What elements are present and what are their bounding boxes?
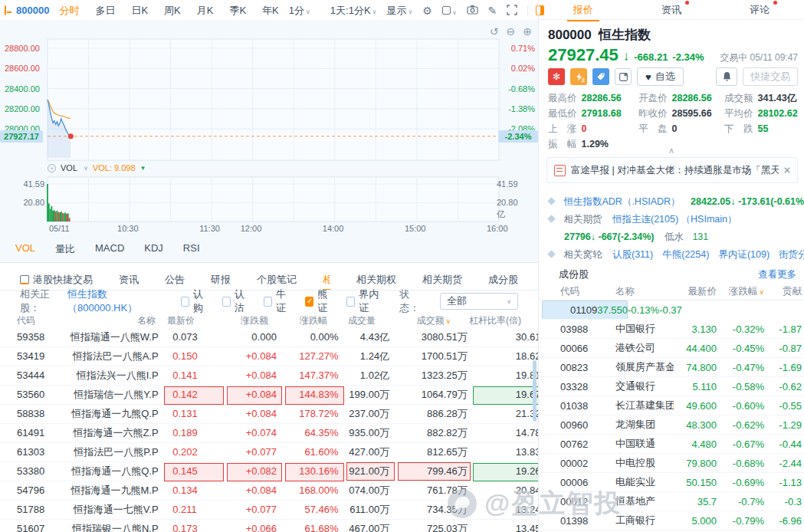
column-header[interactable]: 代码 [0, 312, 65, 328]
column-header[interactable]: 杠杆比率(倍) [454, 312, 533, 328]
table-row[interactable]: 51607 恒指瑞银一八熊N.P 0.173 +0.066 61.68% 467… [0, 520, 538, 532]
checkbox[interactable] [264, 297, 272, 307]
table-row[interactable]: 54796 恒指海通一九熊M.P 0.134 +0.084 168.00% 07… [0, 481, 538, 501]
bottom-tab[interactable]: 研报 [211, 270, 231, 290]
table-row[interactable]: 01109 华润置地 37.550 -0.13% -0.37 [542, 300, 628, 320]
view-more-link[interactable]: 查看更多 [758, 268, 796, 281]
close-icon[interactable]: × [784, 164, 790, 176]
period-tab[interactable]: 分时 [59, 4, 79, 18]
underlying-link[interactable]: 恒生指数（800000.HK） [67, 287, 166, 315]
warrant-link[interactable]: 认股(311) [612, 249, 653, 260]
pencil-icon[interactable]: ✎ [488, 5, 497, 16]
news-headline[interactable]: 富途早报 | 对冲基金大佬：持续通胀是市场「黑天... [571, 164, 779, 177]
futures-link-alias[interactable]: （HSImain） [681, 214, 737, 225]
bottom-tab[interactable]: 成分股 [488, 270, 518, 290]
zoom-out-icon[interactable]: ⊖ [507, 25, 516, 38]
quick-trade-button[interactable]: 快捷交易 [743, 67, 798, 86]
adr-link[interactable]: 恒生指数ADR（.HSIADR） [563, 196, 680, 207]
add-favorite-button[interactable]: ♥ 自选 [637, 67, 684, 86]
panel-tab[interactable]: 资讯 [660, 0, 683, 20]
panel-tab[interactable]: 报价 [572, 0, 595, 20]
indicator-tab[interactable]: RSI [183, 242, 200, 256]
column-header[interactable]: 最新价 [674, 285, 717, 298]
table-row[interactable]: 58838 恒指海通一九熊Q.P 0.131 +0.084 178.72% 23… [0, 405, 538, 424]
column-header[interactable]: 贡献 [764, 285, 802, 298]
table-row[interactable]: 00006 电能实业 50.150 -0.69% -1.13 [539, 473, 804, 492]
column-header[interactable]: 成交额 [381, 312, 454, 328]
status-select[interactable]: 全部∨ [440, 293, 518, 310]
column-header[interactable]: 涨跌额 [218, 312, 274, 328]
column-header[interactable]: 名称 [615, 285, 674, 298]
table-row[interactable]: 01398 工商银行 5.000 -0.79% -6.96 [539, 511, 804, 530]
column-header[interactable]: 最新价 [159, 312, 218, 328]
camera-icon[interactable] [467, 5, 478, 16]
table-row[interactable]: 59358 恒指瑞通一八熊W.P 0.073 0.000 0.00% 4.43亿… [0, 328, 538, 347]
timeline-chart[interactable]: ↺ ⊖ ⊕ × VOL ∨ VOL: 9.098 ▼ VOL量比MACDKDJR… [0, 22, 538, 263]
column-header[interactable]: 名称 [65, 312, 159, 328]
indicator-tab[interactable]: 量比 [55, 242, 75, 256]
checkbox-option[interactable]: 认沽 [222, 287, 251, 315]
column-header[interactable]: 代码 [539, 285, 615, 298]
notes-icon[interactable] [615, 68, 632, 85]
warrant-link[interactable]: 界内证(109) [718, 249, 770, 260]
gear-icon[interactable]: ⚙ [422, 5, 432, 16]
display-dropdown[interactable]: 显示∨ [386, 4, 412, 18]
table-row[interactable]: 00002 中电控股 79.800 -0.68% -2.44 [539, 454, 804, 473]
hk-market-icon[interactable]: ✻ [548, 68, 565, 85]
checkbox-option[interactable]: 认购 [181, 287, 210, 315]
news-ticker[interactable]: 富途早报 | 对冲基金大佬：持续通胀是市场「黑天... × [546, 157, 798, 183]
checkbox-option[interactable]: 界内证 [346, 287, 384, 315]
table-row[interactable]: 00012 恒基地产 35.7 -0.7% -0.3 [539, 492, 804, 511]
bottom-tab[interactable]: 相关期货 [422, 270, 462, 290]
period-tab[interactable]: 日K [131, 4, 148, 18]
table-row[interactable]: 51788 恒指海通一七熊V.P 0.211 +0.077 57.46% 611… [0, 501, 538, 520]
bottom-tab[interactable]: 相关期权 [356, 270, 396, 290]
column-header[interactable]: 成交量 [333, 312, 381, 328]
bottom-tab[interactable]: 个股笔记 [257, 270, 297, 290]
minute-dropdown[interactable]: 1分∨ [289, 4, 310, 18]
indicator-tab[interactable]: MACD [95, 242, 124, 256]
indicator-tab[interactable]: KDJ [144, 242, 163, 256]
period-tab[interactable]: 季K [229, 4, 246, 18]
checkbox[interactable] [346, 297, 355, 307]
bottom-tab[interactable]: 资讯 [119, 270, 139, 290]
layout-dropdown[interactable]: ∨ [442, 5, 457, 16]
table-row[interactable]: 53380 恒指海通一八熊Q.P 0.145 +0.082 130.16% 92… [0, 462, 538, 481]
panel-tab[interactable]: 评论 [748, 0, 771, 20]
undo-icon[interactable]: ↺ [490, 25, 499, 38]
table-row[interactable]: 01038 长江基建集团 49.600 -0.60% -0.55 [539, 396, 804, 415]
table-row[interactable]: 53560 恒指瑞信一八熊Y.P 0.142 +0.084 144.83% 19… [0, 386, 538, 405]
indicator-tab[interactable]: VOL [15, 242, 35, 256]
fullscreen-icon[interactable] [507, 5, 517, 17]
table-row[interactable]: 00960 龙湖集团 48.300 -0.62% -1.29 [539, 415, 804, 435]
zoom-in-icon[interactable]: ⊕ [523, 25, 532, 38]
scrollbar[interactable] [533, 360, 537, 422]
level2-quote-icon[interactable]: 2 [570, 68, 587, 85]
bottom-tab[interactable]: 港股快捷交易 [20, 270, 93, 290]
table-row[interactable]: 00762 中国联通 4.480 -0.67% -0.44 [539, 435, 804, 454]
period-tab[interactable]: 周K [164, 4, 181, 18]
table-row[interactable]: 61303 恒指法巴一八熊P.P 0.202 +0.077 61.60% 427… [0, 443, 538, 462]
checkbox-option[interactable]: 熊证 [305, 287, 334, 315]
tag-icon[interactable] [592, 68, 609, 85]
checkbox[interactable] [305, 297, 313, 307]
table-row[interactable]: 53419 恒指法巴一八熊A.P 0.150 +0.084 127.27% 1.… [0, 347, 538, 366]
table-row[interactable]: 03328 交通银行 5.110 -0.58% -0.62 [539, 377, 804, 396]
period-tab[interactable]: 年K [262, 4, 279, 18]
checkbox[interactable] [222, 297, 231, 307]
document-icon[interactable] [5, 5, 6, 15]
chevron-down-icon[interactable]: ∨ [84, 165, 88, 172]
checkbox-option[interactable]: 牛证 [264, 287, 293, 315]
table-row[interactable]: 03988 中国银行 3.130 -0.32% -1.87 [539, 320, 804, 339]
period-tab[interactable]: 月K [197, 4, 214, 18]
period-tab[interactable]: 多日 [95, 4, 115, 18]
futures-link[interactable]: 恒指主连(2105) [612, 214, 678, 225]
column-header[interactable]: 涨跌幅 [274, 312, 333, 328]
table-row[interactable]: 53444 恒指法兴一八熊I.P 0.141 +0.084 147.37% 1.… [0, 366, 538, 386]
bottom-tab[interactable]: 相关窝轮/牛熊 [323, 270, 330, 290]
checkbox[interactable] [181, 297, 189, 307]
column-header[interactable]: 涨跌幅 [717, 285, 764, 298]
table-row[interactable]: 00823 领展房产基金 74.800 -0.47% -1.69 [539, 358, 804, 377]
table-row[interactable]: 00066 港铁公司 44.400 -0.45% -0.87 [539, 339, 804, 358]
collapse-chevron-icon[interactable]: ∧ [539, 146, 804, 156]
